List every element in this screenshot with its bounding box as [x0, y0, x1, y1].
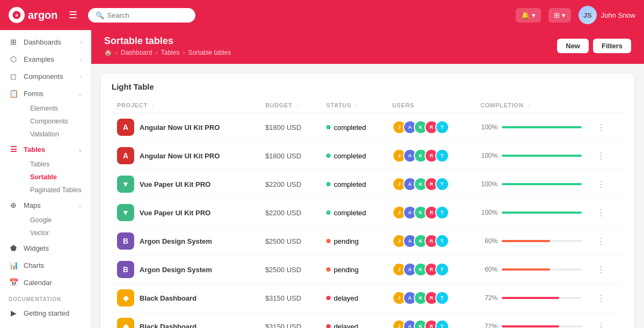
sidebar-item-calendar[interactable]: 📅 Calendar: [0, 274, 91, 291]
project-cell: ◆ Black Dashboard: [117, 289, 254, 307]
status-label: delayed: [334, 323, 358, 329]
sidebar-subitem-google[interactable]: Google: [24, 214, 91, 227]
col-project[interactable]: PROJECT ↕: [112, 98, 260, 113]
project-icon: ◆: [117, 289, 134, 307]
breadcrumb-current: Sortable tables: [188, 49, 231, 56]
more-button[interactable]: ⋮: [592, 177, 610, 192]
budget-cell: $3150 USD: [260, 312, 321, 329]
sidebar-subitem-tables[interactable]: Tables: [24, 158, 91, 171]
status-cell: pending: [326, 266, 382, 274]
col-budget[interactable]: BUDGET ↑: [260, 98, 321, 113]
avatars-group: JAKRT: [392, 319, 470, 328]
more-button[interactable]: ⋮: [592, 206, 610, 220]
status-dot: [326, 182, 331, 186]
table-row: ▼ Vue Paper UI Kit PRO $2200 USD complet…: [112, 170, 624, 199]
hamburger-icon[interactable]: ☰: [69, 9, 77, 21]
progress-bar-bg: [502, 268, 582, 271]
budget-cell: $1800 USD: [260, 113, 321, 142]
status-dot: [326, 267, 331, 272]
tables-icon: ☰: [9, 145, 18, 154]
avatars-group: JAKRT: [392, 120, 470, 134]
sidebar-subitem-elements[interactable]: Elements: [24, 102, 91, 115]
breadcrumb-tables[interactable]: Tables: [161, 49, 180, 56]
foundation-icon: ◈: [9, 326, 18, 328]
completion-percent: 72%: [480, 323, 497, 328]
sidebar-item-foundation[interactable]: ◈ Foundation: [0, 322, 91, 328]
sidebar-subitem-paginated[interactable]: Paginated Tables: [24, 184, 91, 196]
sidebar-subitem-components[interactable]: Components: [24, 115, 91, 128]
project-name: Argon Design System: [140, 266, 212, 274]
sidebar-item-forms[interactable]: 📋 Forms ⌄: [0, 85, 91, 102]
more-button[interactable]: ⋮: [592, 149, 610, 163]
sidebar-item-maps[interactable]: ⊕ Maps ⌄: [0, 196, 91, 214]
project-name: Vue Paper UI Kit PRO: [140, 209, 210, 217]
topbar-right: 🔔 ▾ ⊞ ▾ JS John Snow: [516, 6, 635, 24]
sidebar-item-charts[interactable]: 📊 Charts: [0, 257, 91, 274]
status-dot: [326, 210, 331, 215]
status-dot: [326, 324, 331, 328]
sidebar-item-components[interactable]: ◻ Components ›: [0, 68, 91, 85]
completion-cell: 72%: [475, 284, 587, 312]
sidebar-item-examples[interactable]: ⬡ Examples ›: [0, 50, 91, 68]
search-icon: 🔍: [96, 11, 104, 19]
sidebar-item-label: Calendar: [24, 279, 52, 287]
sidebar-subitem-vector[interactable]: Vector: [24, 227, 91, 239]
progress-bar-bg: [502, 240, 582, 242]
col-completion[interactable]: COMPLETION ↕: [475, 98, 587, 113]
sidebar-subitem-sortable[interactable]: Sortable: [24, 171, 91, 184]
search-input[interactable]: [107, 11, 182, 19]
progress-bar-bg: [502, 297, 582, 299]
sidebar-item-label: Tables: [24, 145, 45, 154]
status-dot: [326, 125, 331, 129]
status-cell: pending: [326, 237, 382, 245]
sidebar-item-dashboards[interactable]: ⊞ Dashboards ›: [0, 33, 91, 50]
components-icon: ◻: [9, 72, 18, 81]
user-area[interactable]: JS John Snow: [579, 6, 635, 24]
col-status[interactable]: STATUS ↕: [321, 98, 387, 113]
completion-cell: 60%: [475, 256, 587, 284]
sidebar-item-getting-started[interactable]: ▶ Getting started: [0, 304, 91, 322]
more-button[interactable]: ⋮: [592, 263, 610, 277]
project-icon: ▼: [117, 176, 134, 193]
notification-button[interactable]: 🔔 ▾: [516, 8, 541, 23]
project-icon: B: [117, 232, 134, 250]
sidebar-item-tables[interactable]: ☰ Tables ⌄: [0, 141, 91, 158]
status-dot: [326, 154, 331, 158]
maps-icon: ⊕: [9, 201, 18, 209]
table-card: Light Table PROJECT ↕ BUDGET ↑ STATUS ↕ …: [101, 74, 634, 328]
project-name: Angular Now UI Kit PRO: [140, 152, 220, 160]
maps-submenu: Google Vector: [0, 214, 91, 239]
new-button[interactable]: New: [557, 39, 589, 53]
copy-button[interactable]: ⊞ ▾: [548, 8, 571, 23]
topbar: a argon ☰ 🔍 🔔 ▾ ⊞ ▾ JS John Snow: [0, 0, 644, 30]
sidebar-subitem-validation[interactable]: Validation: [24, 128, 91, 141]
table-row: ◆ Black Dashboard $3150 USD delayed JAKR…: [112, 284, 624, 312]
chevron-down-icon: ⌄: [78, 202, 82, 208]
breadcrumb-dashboard[interactable]: Dashboard: [121, 49, 152, 56]
more-button[interactable]: ⋮: [592, 319, 610, 329]
filters-button[interactable]: Filters: [593, 39, 631, 53]
progress-bar-fill: [502, 297, 559, 299]
completion-percent: 100%: [480, 180, 497, 188]
sidebar-item-widgets[interactable]: ⬟ Widgets: [0, 239, 91, 257]
project-name: Black Dashboard: [140, 294, 196, 302]
status-dot: [326, 239, 331, 243]
logo-text: argon: [28, 9, 58, 21]
table-row: A Angular Now UI Kit PRO $1800 USD compl…: [112, 142, 624, 170]
sidebar-item-label: Foundation: [24, 326, 58, 329]
users-cell: JAKRT: [387, 256, 475, 284]
project-icon: B: [117, 261, 134, 278]
completion-cell: 100%: [475, 113, 587, 142]
tables-submenu: Tables Sortable Paginated Tables: [0, 158, 91, 196]
user-avatar: T: [435, 319, 449, 328]
breadcrumb-sep3: ›: [182, 49, 185, 56]
more-button[interactable]: ⋮: [592, 120, 610, 135]
user-name: John Snow: [601, 11, 635, 19]
more-button[interactable]: ⋮: [592, 234, 610, 249]
more-button[interactable]: ⋮: [592, 291, 610, 305]
budget-cell: $2200 USD: [260, 199, 321, 227]
search-box: 🔍: [88, 8, 195, 23]
progress-bar-fill: [502, 325, 559, 327]
table-row: A Angular Now UI Kit PRO $1800 USD compl…: [112, 113, 624, 142]
users-cell: JAKRT: [387, 170, 475, 199]
